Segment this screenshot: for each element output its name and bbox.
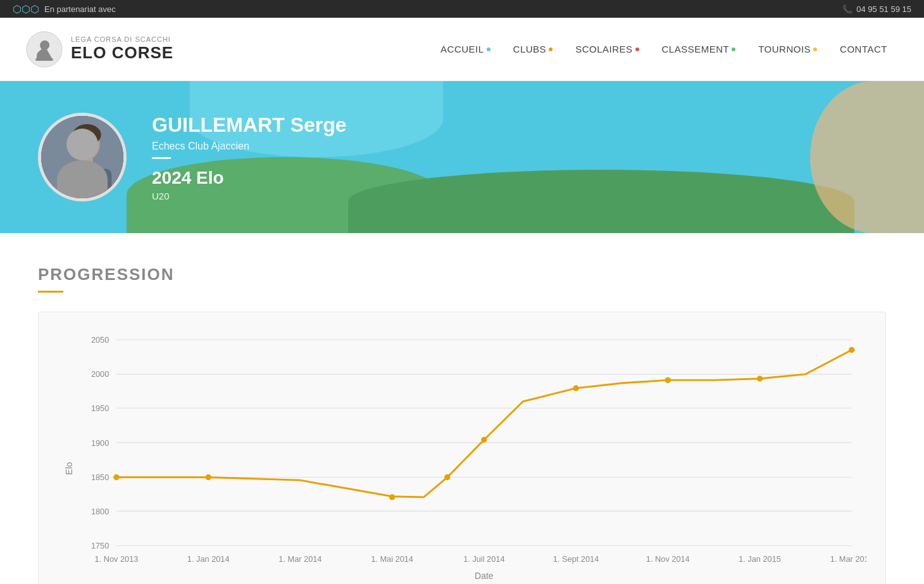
svg-text:1. Jan 2015: 1. Jan 2015 bbox=[739, 554, 781, 564]
hero-elo: 2024 Elo bbox=[152, 168, 347, 188]
svg-point-5 bbox=[73, 124, 101, 145]
nav-tournois[interactable]: TOURNOIS bbox=[747, 44, 828, 54]
svg-text:1. Nov 2013: 1. Nov 2013 bbox=[95, 554, 139, 564]
svg-rect-7 bbox=[81, 158, 93, 170]
svg-rect-1 bbox=[35, 58, 53, 61]
svg-text:1. Nov 2014: 1. Nov 2014 bbox=[646, 554, 690, 564]
topbar-right: 📞 04 95 51 59 15 bbox=[842, 4, 911, 14]
svg-text:1750: 1750 bbox=[91, 541, 109, 550]
nav-dot-tournois bbox=[813, 48, 817, 51]
chart-point bbox=[665, 377, 671, 383]
nav-dot-scolaires bbox=[635, 48, 639, 51]
logo[interactable]: LEGA CORSA DI SCACCHI ELO CORSE bbox=[25, 30, 173, 68]
logo-text: LEGA CORSA DI SCACCHI ELO CORSE bbox=[71, 35, 173, 63]
svg-text:1. Mar 2014: 1. Mar 2014 bbox=[278, 554, 322, 564]
svg-text:Elo: Elo bbox=[64, 462, 74, 474]
partner-label: En partenariat avec bbox=[44, 4, 116, 14]
topbar: ⬡⬡⬡ En partenariat avec 📞 04 95 51 59 15 bbox=[0, 0, 924, 18]
hero-info: GUILLEMART Serge Echecs Club Ajaccien 20… bbox=[152, 113, 347, 201]
nav-scolaires[interactable]: SCOLAIRES bbox=[564, 44, 650, 54]
svg-text:1. Mar 2015: 1. Mar 2015 bbox=[830, 554, 866, 564]
avatar bbox=[38, 113, 127, 201]
phone-number: 04 95 51 59 15 bbox=[856, 4, 911, 14]
hero-banner: GUILLEMART Serge Echecs Club Ajaccien 20… bbox=[0, 81, 924, 233]
chart-point bbox=[113, 474, 119, 480]
logo-subtitle: LEGA CORSA DI SCACCHI bbox=[71, 35, 173, 43]
main-nav: ACCUEIL CLUBS SCOLAIRES CLASSEMENT TOURN… bbox=[429, 44, 899, 54]
avatar-image bbox=[41, 116, 123, 198]
hero-name: GUILLEMART Serge bbox=[152, 113, 347, 137]
hero-content: GUILLEMART Serge Echecs Club Ajaccien 20… bbox=[38, 113, 347, 201]
nav-contact[interactable]: CONTACT bbox=[828, 44, 899, 54]
logo-icon bbox=[25, 30, 63, 68]
main-content: PROGRESSION Elo 2050 2000 1950 1900 bbox=[0, 233, 924, 584]
svg-point-8 bbox=[80, 144, 84, 148]
avatar-svg bbox=[41, 116, 123, 198]
svg-text:1900: 1900 bbox=[91, 438, 109, 448]
hero-divider bbox=[152, 157, 171, 159]
svg-text:2050: 2050 bbox=[91, 335, 109, 345]
svg-text:1. Sept 2014: 1. Sept 2014 bbox=[553, 554, 599, 564]
svg-text:1850: 1850 bbox=[91, 473, 109, 482]
svg-rect-6 bbox=[65, 169, 111, 198]
topbar-left: ⬡⬡⬡ En partenariat avec bbox=[13, 3, 116, 15]
nav-accueil[interactable]: ACCUEIL bbox=[429, 44, 502, 54]
header: LEGA CORSA DI SCACCHI ELO CORSE ACCUEIL … bbox=[0, 18, 924, 81]
partner-logo-icon: ⬡⬡⬡ bbox=[13, 3, 39, 15]
logo-title: ELO CORSE bbox=[71, 43, 173, 63]
svg-rect-10 bbox=[58, 325, 866, 584]
svg-text:2000: 2000 bbox=[91, 369, 109, 379]
progression-title: PROGRESSION bbox=[38, 265, 886, 284]
phone-icon: 📞 bbox=[842, 4, 852, 14]
hero-hill-right bbox=[348, 170, 854, 233]
svg-text:Date: Date bbox=[475, 571, 494, 581]
svg-text:1. Mai 2014: 1. Mai 2014 bbox=[371, 554, 413, 564]
chart-point bbox=[481, 437, 487, 443]
chart-point bbox=[389, 494, 395, 500]
svg-text:1. Jan 2014: 1. Jan 2014 bbox=[187, 554, 230, 564]
hero-category: U20 bbox=[152, 191, 347, 201]
chart-point bbox=[849, 347, 854, 353]
chart-point bbox=[757, 376, 763, 381]
chart-point bbox=[444, 474, 450, 480]
svg-text:1950: 1950 bbox=[91, 403, 109, 413]
chart-point bbox=[573, 385, 578, 391]
nav-dot-clubs bbox=[549, 48, 553, 51]
svg-text:1800: 1800 bbox=[91, 507, 109, 516]
chart-container: Elo 2050 2000 1950 1900 1850 1800 bbox=[38, 312, 886, 584]
nav-dot-accueil bbox=[487, 48, 490, 51]
nav-dot-classement bbox=[732, 48, 735, 51]
svg-point-9 bbox=[89, 144, 94, 148]
svg-text:1. Juil 2014: 1. Juil 2014 bbox=[463, 554, 504, 564]
nav-clubs[interactable]: CLUBS bbox=[502, 44, 565, 54]
progression-chart: Elo 2050 2000 1950 1900 1850 1800 bbox=[58, 325, 866, 584]
chart-point bbox=[206, 474, 211, 480]
nav-classement[interactable]: CLASSEMENT bbox=[651, 44, 747, 54]
hero-club: Echecs Club Ajaccien bbox=[152, 141, 347, 152]
section-underline bbox=[38, 291, 63, 293]
